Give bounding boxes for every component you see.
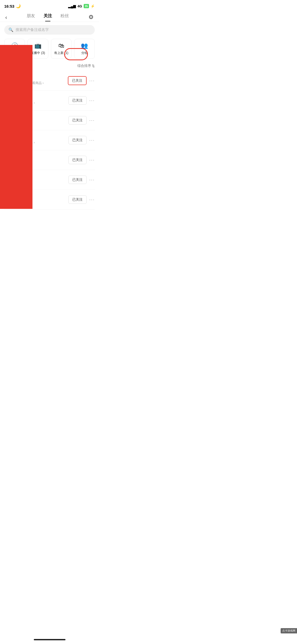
follow-button-1[interactable]: 已关注 <box>68 96 87 105</box>
network-type: 4G <box>77 4 82 8</box>
follow-btn-wrap: 已关注 ··· <box>68 176 95 184</box>
group-icon: 👥 <box>81 42 88 49</box>
back-button[interactable]: ‹ <box>3 13 9 21</box>
battery-icon: ⚡ <box>91 4 95 8</box>
filter-group[interactable]: 👥 分组 <box>74 39 95 59</box>
settings-button[interactable]: ⚙ <box>86 13 96 22</box>
nav-tabs: 朋友 关注 粉丝 <box>9 13 86 21</box>
follow-button-2[interactable]: 已关注 <box>68 116 87 125</box>
red-overlay <box>0 45 32 209</box>
search-icon: 🔍 <box>8 27 13 32</box>
filter-label-1: 直播中 (3) <box>31 51 45 55</box>
status-right: ▂▄▆ 4G 35 ⚡ <box>68 4 95 8</box>
time-display: 16:53 <box>4 4 14 8</box>
nav-bar: ‹ 朋友 关注 粉丝 ⚙ <box>0 11 99 22</box>
follow-btn-wrap: 已关注 ··· <box>68 195 95 204</box>
status-left: 16:53 🌙 <box>4 4 21 8</box>
follow-button-5[interactable]: 已关注 <box>68 176 87 184</box>
tab-follow[interactable]: 关注 <box>44 13 52 21</box>
search-wrap: 🔍 搜索用户备注或名字 <box>4 25 95 35</box>
more-button-0[interactable]: ··· <box>89 78 95 84</box>
sort-label: 综合排序 <box>77 63 91 68</box>
follow-button-0[interactable]: 已关注 <box>68 76 87 85</box>
more-button-4[interactable]: ··· <box>89 157 95 163</box>
tab-fans[interactable]: 粉丝 <box>60 13 69 21</box>
follow-btn-wrap: 已关注 ··· <box>68 136 95 144</box>
sort-icon: ⇅ <box>92 64 95 68</box>
filter-new-product[interactable]: 🛍 有上新 (1) <box>51 39 72 59</box>
search-input[interactable]: 搜索用户备注或名字 <box>16 27 49 32</box>
more-button-3[interactable]: ··· <box>89 137 95 143</box>
more-button-6[interactable]: ··· <box>89 197 95 203</box>
search-bar[interactable]: 🔍 搜索用户备注或名字 <box>4 25 95 35</box>
filter-label-3: 分组 <box>81 51 88 55</box>
moon-icon: 🌙 <box>16 4 21 8</box>
signal-icon: ▂▄▆ <box>68 4 76 8</box>
battery-badge: 35 <box>84 4 89 8</box>
follow-button-6[interactable]: 已关注 <box>68 195 87 204</box>
follow-btn-wrap: 已关注 ··· <box>68 156 95 164</box>
sort-button[interactable]: 综合排序 ⇅ <box>77 63 95 68</box>
tab-friends[interactable]: 朋友 <box>27 13 35 21</box>
follow-button-3[interactable]: 已关注 <box>68 136 87 144</box>
follow-button-4[interactable]: 已关注 <box>68 156 87 164</box>
follow-btn-wrap: 已关注 ··· <box>68 116 95 125</box>
follow-btn-wrap: 已关注 ··· <box>68 96 95 105</box>
more-button-1[interactable]: ··· <box>89 98 95 103</box>
more-button-5[interactable]: ··· <box>89 177 95 183</box>
status-bar: 16:53 🌙 ▂▄▆ 4G 35 ⚡ <box>0 0 99 11</box>
follow-btn-wrap: 已关注 ··· <box>68 76 95 85</box>
more-button-2[interactable]: ··· <box>89 118 95 123</box>
live-icon: 📺 <box>34 42 41 49</box>
filter-label-2: 有上新 (1) <box>54 51 68 55</box>
shop-icon: 🛍 <box>58 42 64 49</box>
